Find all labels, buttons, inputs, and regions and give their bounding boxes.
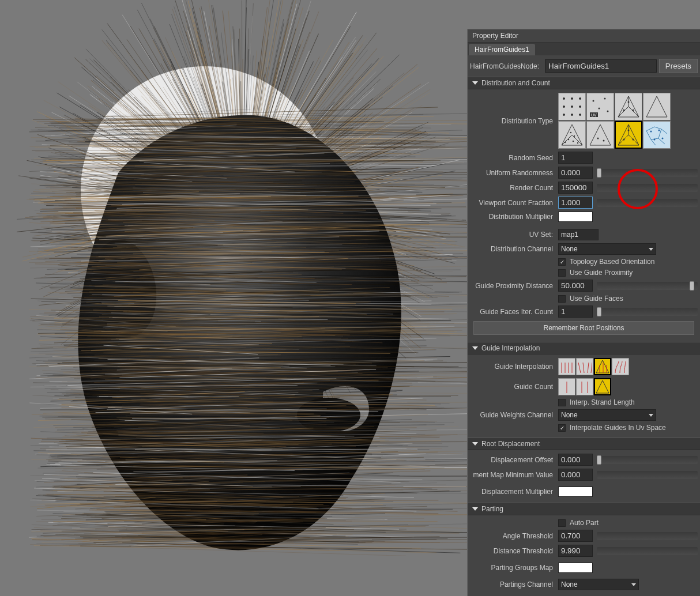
collapse-icon xyxy=(472,346,478,350)
displacement-offset-input[interactable] xyxy=(558,454,593,466)
svg-point-2315 xyxy=(607,111,609,112)
svg-point-2312 xyxy=(593,100,594,102)
guide-faces-iter-slider[interactable] xyxy=(597,308,698,316)
dist-type-voronoi[interactable] xyxy=(643,121,671,149)
svg-point-2334 xyxy=(658,130,660,131)
dist-type-tri2[interactable] xyxy=(643,93,671,120)
svg-point-2304 xyxy=(571,98,573,100)
svg-point-2306 xyxy=(563,106,565,108)
guide-proximity-input[interactable] xyxy=(558,280,593,292)
svg-point-2305 xyxy=(579,98,581,100)
svg-point-2335 xyxy=(654,139,656,141)
presets-button[interactable]: Presets xyxy=(659,59,698,73)
svg-line-2343 xyxy=(588,363,589,373)
svg-point-2330 xyxy=(628,130,630,131)
collapse-icon xyxy=(472,442,478,446)
svg-point-2322 xyxy=(564,142,566,143)
distance-threshold-input[interactable] xyxy=(558,545,593,557)
svg-line-2341 xyxy=(578,363,581,373)
viewport-3d[interactable] xyxy=(0,0,467,596)
disp-min-slider[interactable] xyxy=(597,471,698,479)
random-seed-input[interactable] xyxy=(558,152,593,164)
svg-point-2309 xyxy=(563,114,565,116)
section-root-displacement[interactable]: Root Displacement xyxy=(468,437,700,450)
viewport-fraction-input[interactable] xyxy=(558,197,593,209)
svg-point-2321 xyxy=(628,101,630,103)
guide-weights-channel-dropdown[interactable]: None xyxy=(558,409,656,421)
use-guide-faces-checkbox[interactable] xyxy=(558,295,566,303)
section-distribution[interactable]: Distribution and Count xyxy=(468,77,700,89)
node-name-input[interactable] xyxy=(545,59,657,73)
remember-root-positions-button[interactable]: Remember Root Positions xyxy=(473,321,694,335)
angle-threshold-input[interactable] xyxy=(558,530,593,542)
svg-line-2344 xyxy=(591,363,592,373)
svg-point-2323 xyxy=(568,139,569,140)
disp-min-value-input[interactable] xyxy=(558,469,593,481)
svg-point-2320 xyxy=(633,110,634,111)
svg-point-2314 xyxy=(599,108,600,110)
svg-point-2310 xyxy=(571,114,573,116)
distribution-multiplier-swatch[interactable] xyxy=(558,212,593,222)
svg-point-2336 xyxy=(662,138,664,139)
svg-line-2342 xyxy=(583,363,584,373)
chevron-down-icon xyxy=(631,583,636,586)
collapse-icon xyxy=(472,81,478,85)
collapse-icon xyxy=(472,507,478,511)
property-editor-panel: Property Editor HairFromGuides1 HairFrom… xyxy=(467,29,700,596)
dist-type-dense-tri[interactable] xyxy=(558,121,586,149)
dist-type-sparse-tri[interactable] xyxy=(586,121,614,149)
interpolate-uv-checkbox[interactable]: ✓ xyxy=(558,424,566,432)
chevron-down-icon xyxy=(649,414,653,417)
gcount-3-selected[interactable] xyxy=(594,378,611,395)
interp-strand-length-checkbox[interactable] xyxy=(558,399,566,406)
dist-type-even[interactable] xyxy=(558,93,586,120)
displacement-offset-slider[interactable] xyxy=(597,456,698,464)
use-guide-proximity-checkbox[interactable] xyxy=(558,269,566,277)
render-count-slider[interactable] xyxy=(597,184,698,192)
section-parting[interactable]: Parting xyxy=(468,503,700,515)
distribution-type-grid: UV xyxy=(558,93,676,149)
gcount-2[interactable] xyxy=(576,378,593,395)
node-row: HairFromGuidesNode: Presets xyxy=(468,55,700,77)
interp-opt-2[interactable] xyxy=(576,358,593,375)
svg-text:UV: UV xyxy=(591,113,597,117)
svg-point-2333 xyxy=(650,131,652,133)
interp-opt-1[interactable] xyxy=(558,358,575,375)
dist-type-selected[interactable] xyxy=(615,121,642,149)
uniform-randomness-input[interactable] xyxy=(558,167,593,179)
distribution-channel-dropdown[interactable]: None xyxy=(558,243,656,255)
svg-point-2328 xyxy=(597,138,599,139)
guide-proximity-slider[interactable] xyxy=(597,282,698,290)
uniform-randomness-slider[interactable] xyxy=(597,169,698,177)
chevron-down-icon xyxy=(649,248,653,251)
tab-bar: HairFromGuides1 xyxy=(468,43,700,55)
interp-opt-4[interactable] xyxy=(612,358,629,375)
auto-part-checkbox[interactable] xyxy=(558,519,566,527)
svg-line-2279 xyxy=(36,141,291,142)
svg-point-2307 xyxy=(571,106,573,108)
displacement-multiplier-swatch[interactable] xyxy=(558,486,593,497)
svg-point-2319 xyxy=(623,110,625,111)
partings-channel-dropdown[interactable]: None xyxy=(558,579,639,590)
tab-hairfromguides[interactable]: HairFromGuides1 xyxy=(469,44,535,55)
interp-opt-3-selected[interactable] xyxy=(594,358,611,375)
uvset-dropdown[interactable]: map1 xyxy=(558,229,599,240)
render-count-input[interactable] xyxy=(558,182,593,194)
dist-type-random-uv[interactable]: UV xyxy=(586,93,614,120)
guide-interpolation-grid xyxy=(558,358,629,375)
guide-count-grid xyxy=(558,378,611,395)
section-guide-interpolation[interactable]: Guide Interpolation xyxy=(468,342,700,354)
svg-point-2329 xyxy=(603,140,605,142)
svg-point-2326 xyxy=(570,132,571,133)
topology-based-checkbox[interactable]: ✓ xyxy=(558,258,566,266)
svg-point-2327 xyxy=(574,135,575,137)
svg-point-2331 xyxy=(623,139,625,141)
angle-threshold-slider[interactable] xyxy=(597,532,698,540)
dist-type-tri1[interactable] xyxy=(615,93,642,120)
gcount-1[interactable] xyxy=(558,378,575,395)
viewport-fraction-slider[interactable] xyxy=(597,199,698,207)
parting-groups-map-swatch[interactable] xyxy=(558,563,593,573)
node-label: HairFromGuidesNode: xyxy=(470,62,543,70)
guide-faces-iter-input[interactable] xyxy=(558,305,593,318)
distance-threshold-slider[interactable] xyxy=(597,547,698,555)
